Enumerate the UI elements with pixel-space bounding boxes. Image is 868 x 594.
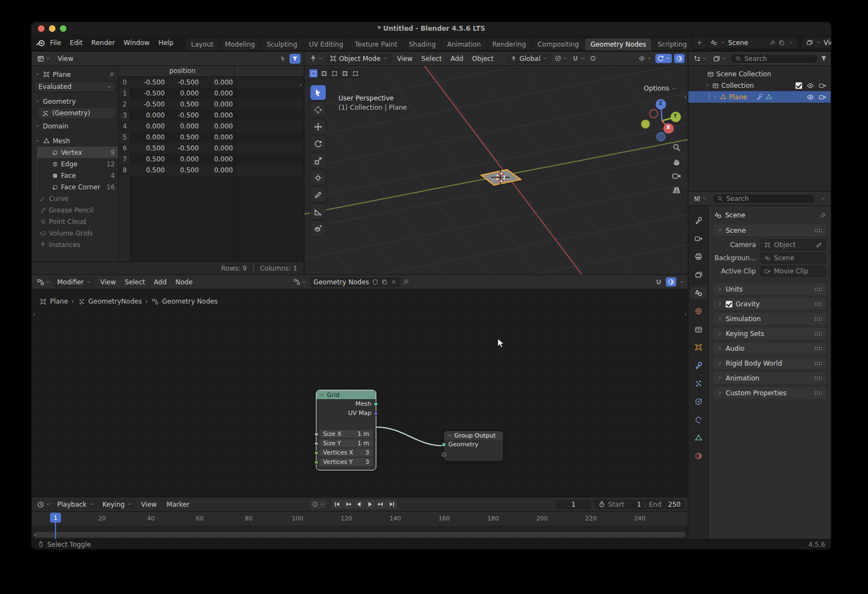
table-row[interactable]: 2 -0.500 0.500 0.000: [119, 99, 304, 110]
panel-grip[interactable]: [814, 317, 822, 321]
table-row[interactable]: 4 0.000 0.000 0.000: [119, 121, 304, 132]
add-workspace-button[interactable]: +: [693, 37, 706, 49]
input-socket[interactable]: [314, 460, 319, 464]
geometry-nodes-icon[interactable]: [765, 93, 772, 100]
viewport-canvas[interactable]: Options: [304, 66, 688, 274]
table-row[interactable]: 6 0.500 -0.500 0.000: [119, 143, 304, 154]
topbar-menu-item[interactable]: Window: [119, 39, 154, 47]
panel-grip[interactable]: [814, 332, 822, 336]
panel-grip[interactable]: [814, 302, 822, 306]
table-row[interactable]: 5 0.000 0.500 0.000: [119, 132, 304, 143]
collapsed-panel-header[interactable]: Animation: [713, 372, 826, 384]
render-camera-icon[interactable]: [819, 93, 826, 101]
properties-search-input[interactable]: Search: [712, 194, 816, 204]
input-socket[interactable]: [314, 451, 319, 455]
active-clip-field[interactable]: Movie Clip: [760, 266, 826, 277]
properties-tab[interactable]: [690, 250, 706, 263]
input-socket[interactable]: [314, 441, 319, 446]
editor-type-button[interactable]: [692, 54, 709, 64]
close-window-button[interactable]: [38, 25, 44, 32]
properties-tab[interactable]: [690, 340, 706, 354]
node-menu-item[interactable]: View: [96, 278, 120, 286]
node-tree-name-field[interactable]: Geometry Nodes: [310, 277, 400, 287]
mesh-domain-item[interactable]: Edge 12: [37, 158, 118, 170]
table-row[interactable]: 3 0.000 -0.500 0.000: [119, 110, 304, 121]
breadcrumb-item[interactable]: GeometryNodes ›: [78, 298, 148, 305]
display-mode-button[interactable]: [711, 54, 728, 64]
viewport-menu-item[interactable]: View: [393, 55, 417, 63]
table-row[interactable]: 7 0.500 0.000 0.000: [119, 154, 304, 165]
zoom-window-button[interactable]: [60, 25, 66, 32]
scene-selector[interactable]: Scene: [706, 38, 798, 48]
viewport-menu-item[interactable]: Select: [417, 55, 446, 63]
table-row[interactable]: 0 -0.500 -0.500 0.000: [119, 77, 304, 88]
node-input-row[interactable]: Size X 1 m: [319, 430, 373, 438]
viewport-menu-item[interactable]: Add: [446, 55, 468, 63]
jump-to-start-button[interactable]: [332, 500, 342, 509]
node-menu-item[interactable]: Add: [149, 278, 171, 286]
node-mode-dropdown[interactable]: Modifier: [53, 277, 95, 287]
filter-icon[interactable]: [820, 55, 827, 62]
editor-type-button[interactable]: [35, 54, 52, 64]
plane-object-row[interactable]: | Plane: [688, 91, 831, 103]
stopwatch-icon[interactable]: [598, 501, 605, 508]
properties-tab[interactable]: [690, 214, 706, 227]
properties-tab[interactable]: [690, 322, 706, 335]
options-menu-button[interactable]: [819, 195, 827, 202]
workspace-tab[interactable]: Geometry Nodes: [585, 38, 652, 51]
grid-node[interactable]: Grid Mesh UV Map: [316, 390, 376, 470]
proportional-edit-button[interactable]: [588, 54, 598, 63]
breadcrumb-item[interactable]: Geometry Nodes ›: [152, 298, 218, 305]
timeline-view-menu[interactable]: View: [137, 501, 161, 508]
zoom-icon[interactable]: [672, 143, 681, 152]
node-menu-item[interactable]: Select: [120, 278, 149, 286]
region-toggle-arrow[interactable]: ‹: [685, 311, 687, 318]
axis-negative-z-ball[interactable]: [656, 132, 665, 141]
scene-collection-row[interactable]: Scene Collection: [688, 68, 831, 80]
close-icon[interactable]: [391, 279, 397, 285]
panel-checkbox[interactable]: [726, 301, 732, 307]
collapsed-panel-header[interactable]: Audio: [713, 343, 826, 354]
transform-orientation-dropdown[interactable]: Global: [507, 54, 551, 64]
properties-tab[interactable]: [690, 358, 706, 372]
properties-tab[interactable]: [690, 268, 706, 281]
start-value[interactable]: 1: [627, 501, 641, 508]
topbar-menu-item[interactable]: Help: [154, 39, 177, 47]
blender-logo-icon[interactable]: [36, 38, 46, 48]
keying-menu[interactable]: Keying: [99, 500, 136, 509]
region-toggle-arrow[interactable]: ‹: [300, 81, 302, 88]
domain-section-header[interactable]: Domain: [32, 120, 118, 132]
timeline-track[interactable]: [32, 526, 688, 539]
topbar-menu-item[interactable]: File: [46, 39, 65, 47]
collapsed-panel-header[interactable]: Custom Properties: [713, 387, 826, 399]
playhead-badge[interactable]: 1: [50, 513, 61, 523]
collapsed-panel-header[interactable]: Gravity: [713, 298, 826, 310]
node-input-row[interactable]: Size Y 1 m: [319, 439, 373, 447]
panel-grip[interactable]: [814, 287, 822, 292]
spreadsheet-view-menu[interactable]: View: [53, 55, 77, 63]
overlays-toggle[interactable]: [674, 54, 685, 63]
viewport-menu-item[interactable]: Object: [468, 55, 498, 63]
filter-arrow-icon[interactable]: [280, 55, 287, 62]
panel-grip[interactable]: [814, 361, 822, 366]
properties-tab[interactable]: [690, 431, 706, 444]
play-reverse-button[interactable]: [354, 500, 364, 509]
playback-menu[interactable]: Playback: [53, 500, 98, 509]
properties-tab[interactable]: [690, 232, 706, 245]
overlays-toggle[interactable]: [666, 277, 676, 287]
panel-grip[interactable]: [814, 346, 822, 351]
new-copy-icon[interactable]: [381, 279, 388, 285]
background-scene-field[interactable]: Scene: [760, 253, 826, 264]
node-input-row[interactable]: Vertices Y 3: [319, 458, 373, 466]
editor-type-button[interactable]: [35, 277, 52, 287]
pivot-point-button[interactable]: [553, 54, 569, 63]
pan-hand-icon[interactable]: [672, 157, 681, 166]
new-copy-icon[interactable]: [778, 40, 785, 46]
input-socket[interactable]: [314, 432, 319, 436]
editor-type-button[interactable]: [308, 54, 325, 64]
workspace-tab[interactable]: Texture Paint: [349, 38, 403, 51]
region-toggle-arrow[interactable]: ›: [34, 531, 36, 538]
mesh-section-header[interactable]: Mesh: [32, 135, 118, 147]
current-frame-field[interactable]: 1: [556, 500, 591, 509]
pin-icon[interactable]: [402, 278, 409, 285]
